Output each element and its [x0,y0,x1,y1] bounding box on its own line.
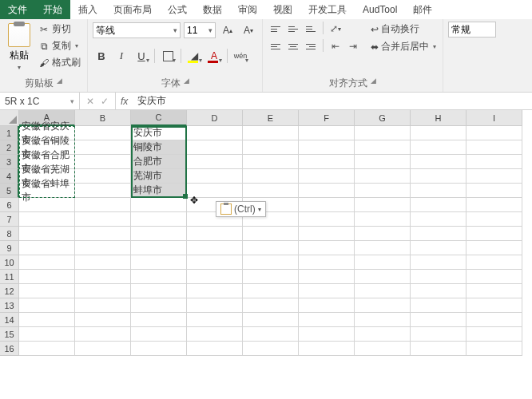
merge-center-button[interactable]: ⬌合并后居中▾ [369,39,438,54]
cell-C1[interactable]: 安庆市 [131,126,187,140]
font-name-combo[interactable]: 等线▾ [93,22,181,38]
row-header-2[interactable]: 2 [0,140,19,155]
cell-A8[interactable] [19,227,75,241]
col-header-I[interactable]: I [466,110,522,126]
cell-C13[interactable] [131,298,187,313]
row-header-14[interactable]: 14 [0,313,19,327]
cell-A14[interactable] [19,313,75,327]
fill-color-button[interactable]: ◢▾ [185,47,203,65]
cell-G10[interactable] [355,255,411,270]
row-header-5[interactable]: 5 [0,184,19,198]
cell-F7[interactable] [299,212,355,227]
cell-C14[interactable] [131,313,187,327]
cell-I12[interactable] [466,284,522,298]
cell-F1[interactable] [299,126,355,140]
cell-F10[interactable] [299,255,355,270]
cell-C5[interactable]: 蚌埠市 [131,184,187,198]
cell-G16[interactable] [355,342,411,356]
row-header-9[interactable]: 9 [0,241,19,255]
cell-C12[interactable] [131,284,187,298]
cell-H7[interactable] [411,212,466,227]
cell-G3[interactable] [355,155,411,169]
cell-E10[interactable] [243,255,299,270]
row-header-6[interactable]: 6 [0,198,19,212]
col-header-F[interactable]: F [299,110,355,126]
phonetic-button[interactable]: wén▾ [232,47,249,65]
tab-dev[interactable]: 开发工具 [300,0,355,19]
cell-E8[interactable] [243,227,299,241]
copy-button[interactable]: ⧉复制▾ [37,38,82,53]
row-header-1[interactable]: 1 [0,126,19,140]
align-bottom-button[interactable] [303,22,319,36]
align-center-button[interactable] [285,39,301,53]
cell-D1[interactable] [187,126,243,140]
cell-B7[interactable] [75,212,131,227]
cell-E11[interactable] [243,270,299,284]
cell-B13[interactable] [75,298,131,313]
cell-G15[interactable] [355,327,411,342]
cell-G6[interactable] [355,198,411,212]
cell-H15[interactable] [411,327,466,342]
tab-layout[interactable]: 页面布局 [105,0,160,19]
cell-E16[interactable] [243,342,299,356]
cell-H1[interactable] [411,126,466,140]
cell-A7[interactable] [19,212,75,227]
cell-C15[interactable] [131,327,187,342]
cell-D13[interactable] [187,298,243,313]
cell-F9[interactable] [299,241,355,255]
cancel-icon[interactable]: ✕ [86,96,94,107]
increase-font-button[interactable]: A▴ [219,22,236,39]
row-header-8[interactable]: 8 [0,227,19,241]
cell-G13[interactable] [355,298,411,313]
align-right-button[interactable] [303,39,319,53]
cell-C7[interactable] [131,212,187,227]
cell-D4[interactable] [187,169,243,184]
cell-B14[interactable] [75,313,131,327]
cell-F5[interactable] [299,184,355,198]
cell-B4[interactable] [75,169,131,184]
align-left-button[interactable] [268,39,284,53]
cell-H5[interactable] [411,184,466,198]
cell-B11[interactable] [75,270,131,284]
cell-H14[interactable] [411,313,466,327]
cell-C6[interactable] [131,198,187,212]
col-header-D[interactable]: D [187,110,243,126]
font-size-combo[interactable]: 11▾ [184,22,216,38]
cell-G4[interactable] [355,169,411,184]
border-button[interactable]: ▾ [159,47,177,65]
cell-H2[interactable] [411,140,466,155]
cell-F12[interactable] [299,284,355,298]
cells-area[interactable]: (Ctrl)▾ 安徽省安庆市安庆市安徽省铜陵市铜陵市安徽省合肥市合肥市安徽省芜湖… [19,126,522,356]
cell-D14[interactable] [187,313,243,327]
row-header-12[interactable]: 12 [0,284,19,298]
cell-F3[interactable] [299,155,355,169]
cell-C9[interactable] [131,241,187,255]
col-header-B[interactable]: B [75,110,131,126]
cell-G1[interactable] [355,126,411,140]
tab-view[interactable]: 视图 [265,0,300,19]
enter-icon[interactable]: ✓ [101,96,109,107]
cell-H10[interactable] [411,255,466,270]
row-header-13[interactable]: 13 [0,298,19,313]
cell-D2[interactable] [187,140,243,155]
cell-F4[interactable] [299,169,355,184]
underline-button[interactable]: U▾ [133,47,150,65]
cell-F2[interactable] [299,140,355,155]
cell-H11[interactable] [411,270,466,284]
cell-F8[interactable] [299,227,355,241]
cell-E15[interactable] [243,327,299,342]
col-header-G[interactable]: G [355,110,411,126]
cell-I14[interactable] [466,313,522,327]
cell-F16[interactable] [299,342,355,356]
cell-B1[interactable] [75,126,131,140]
decrease-font-button[interactable]: A▾ [240,22,257,39]
dialog-launcher-icon[interactable]: ◢ [184,77,189,90]
cell-F11[interactable] [299,270,355,284]
bold-button[interactable]: B [93,47,110,65]
cell-I16[interactable] [466,342,522,356]
cell-A6[interactable] [19,198,75,212]
cell-I15[interactable] [466,327,522,342]
cell-A15[interactable] [19,327,75,342]
cut-button[interactable]: ✂剪切 [37,22,82,37]
cell-F13[interactable] [299,298,355,313]
